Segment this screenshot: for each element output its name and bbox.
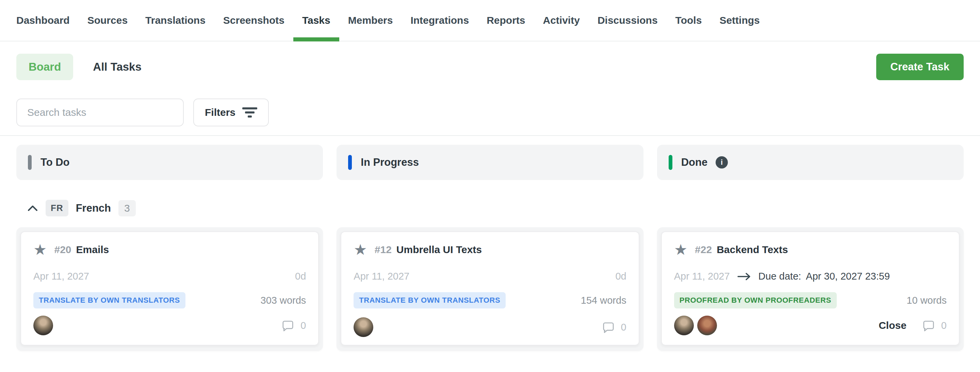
comments-button[interactable]: 0 (921, 319, 947, 332)
nav-reports[interactable]: Reports (487, 0, 525, 41)
card-title-row: ★ #12 Umbrella UI Texts (353, 242, 626, 257)
task-days-left: 0d (295, 271, 306, 282)
task-word-count: 303 words (261, 295, 306, 306)
task-type-badge: PROOFREAD BY OWN PROOFREADERS (674, 292, 837, 309)
done-column-label: Done (681, 156, 708, 168)
arrow-right-icon (737, 272, 752, 281)
nav-screenshots[interactable]: Screenshots (223, 0, 285, 41)
task-title: Emails (76, 244, 109, 255)
comment-icon (601, 320, 616, 334)
in-progress-color-bar (348, 155, 352, 170)
todo-column-label: To Do (40, 156, 70, 168)
in-progress-column-label: In Progress (361, 156, 419, 168)
nav-members[interactable]: Members (348, 0, 393, 41)
create-task-button[interactable]: Create Task (876, 54, 964, 80)
filters-label: Filters (205, 107, 235, 118)
filters-button[interactable]: Filters (193, 98, 269, 127)
task-days-left: 0d (615, 271, 626, 282)
avatar (353, 317, 373, 337)
nav-translations[interactable]: Translations (145, 0, 205, 41)
task-title: Umbrella UI Texts (396, 244, 482, 255)
task-word-count: 154 words (581, 295, 627, 306)
nav-activity[interactable]: Activity (543, 0, 580, 41)
comment-count: 0 (301, 320, 306, 331)
avatar (674, 316, 694, 335)
card-meta-row: Apr 11, 2027 Due date: Apr 30, 2027 23:5… (674, 271, 947, 282)
task-date: Apr 11, 2027 (33, 271, 89, 282)
filter-icon (242, 108, 257, 117)
column-header-done: Done i (657, 145, 964, 180)
language-name: French (76, 202, 111, 214)
kanban-board: To Do In Progress Done i FR French 3 (0, 145, 980, 351)
assignee-avatars (353, 317, 373, 337)
all-tasks-view-tab[interactable]: All Tasks (93, 60, 141, 73)
task-card[interactable]: ★ #20 Emails Apr 11, 2027 0d TRANSLATE B… (21, 231, 319, 345)
due-date-label: Due date: (759, 271, 801, 282)
nav-tasks[interactable]: Tasks (302, 0, 331, 41)
card-footer: 0 (353, 317, 626, 337)
language-code-badge: FR (46, 200, 68, 217)
card-footer: Close 0 (674, 316, 947, 335)
board-lanes: ★ #20 Emails Apr 11, 2027 0d TRANSLATE B… (16, 227, 964, 351)
close-task-button[interactable]: Close (878, 320, 907, 331)
avatar (33, 316, 53, 335)
nav-dashboard[interactable]: Dashboard (16, 0, 70, 41)
card-title-row: ★ #22 Backend Texts (674, 242, 947, 257)
lane-in-progress: ★ #12 Umbrella UI Texts Apr 11, 2027 0d … (337, 227, 643, 351)
task-word-count: 10 words (907, 295, 947, 306)
comment-count: 0 (621, 322, 627, 333)
comment-count: 0 (941, 320, 947, 331)
view-toolbar: Board All Tasks Create Task (16, 54, 964, 80)
comment-icon (921, 319, 936, 332)
task-title: Backend Texts (717, 244, 788, 255)
top-navigation: Dashboard Sources Translations Screensho… (0, 0, 980, 41)
card-meta-row: Apr 11, 2027 0d (33, 271, 306, 282)
card-footer: 0 (33, 316, 306, 335)
search-filter-row: Filters (16, 98, 964, 127)
nav-sources[interactable]: Sources (88, 0, 127, 41)
lane-todo: ★ #20 Emails Apr 11, 2027 0d TRANSLATE B… (16, 227, 323, 351)
board-view-tab[interactable]: Board (16, 54, 73, 80)
info-icon[interactable]: i (716, 156, 728, 168)
done-color-bar (669, 155, 672, 170)
comments-button[interactable]: 0 (601, 320, 627, 334)
task-id: #22 (695, 244, 712, 255)
star-icon[interactable]: ★ (353, 242, 367, 257)
task-date: Apr 11, 2027 (674, 271, 730, 282)
tasks-board-page: Dashboard Sources Translations Screensho… (0, 0, 980, 372)
language-group-header[interactable]: FR French 3 (16, 200, 136, 217)
nav-discussions[interactable]: Discussions (598, 0, 658, 41)
task-card[interactable]: ★ #12 Umbrella UI Texts Apr 11, 2027 0d … (340, 231, 639, 345)
avatar (697, 316, 717, 335)
card-badge-row: TRANSLATE BY OWN TRANSLATORS 154 words (353, 292, 626, 309)
task-id: #12 (375, 244, 392, 255)
column-header-todo: To Do (16, 145, 323, 180)
column-headers: To Do In Progress Done i (16, 145, 964, 180)
assignee-avatars (33, 316, 53, 335)
lane-done: ★ #22 Backend Texts Apr 11, 2027 Due dat… (657, 227, 964, 351)
nav-tools[interactable]: Tools (675, 0, 702, 41)
card-badge-row: PROOFREAD BY OWN PROOFREADERS 10 words (674, 292, 947, 309)
task-id: #20 (54, 244, 71, 255)
chevron-up-icon[interactable] (27, 205, 38, 212)
due-date-value: Apr 30, 2027 23:59 (806, 271, 890, 282)
star-icon[interactable]: ★ (33, 242, 47, 257)
search-input[interactable] (16, 98, 184, 127)
task-count-badge: 3 (118, 200, 136, 217)
todo-color-bar (28, 155, 32, 170)
card-badge-row: TRANSLATE BY OWN TRANSLATORS 303 words (33, 292, 306, 309)
assignee-avatars (674, 316, 717, 335)
nav-integrations[interactable]: Integrations (410, 0, 469, 41)
comment-icon (281, 319, 295, 332)
task-type-badge: TRANSLATE BY OWN TRANSLATORS (33, 292, 185, 309)
column-header-in-progress: In Progress (337, 145, 643, 180)
task-date: Apr 11, 2027 (353, 271, 409, 282)
comments-button[interactable]: 0 (281, 319, 306, 332)
section-divider (0, 135, 980, 136)
task-card[interactable]: ★ #22 Backend Texts Apr 11, 2027 Due dat… (661, 231, 959, 345)
card-meta-row: Apr 11, 2027 0d (353, 271, 626, 282)
task-type-badge: TRANSLATE BY OWN TRANSLATORS (353, 292, 506, 309)
card-title-row: ★ #20 Emails (33, 242, 306, 257)
star-icon[interactable]: ★ (674, 242, 687, 257)
nav-settings[interactable]: Settings (719, 0, 759, 41)
